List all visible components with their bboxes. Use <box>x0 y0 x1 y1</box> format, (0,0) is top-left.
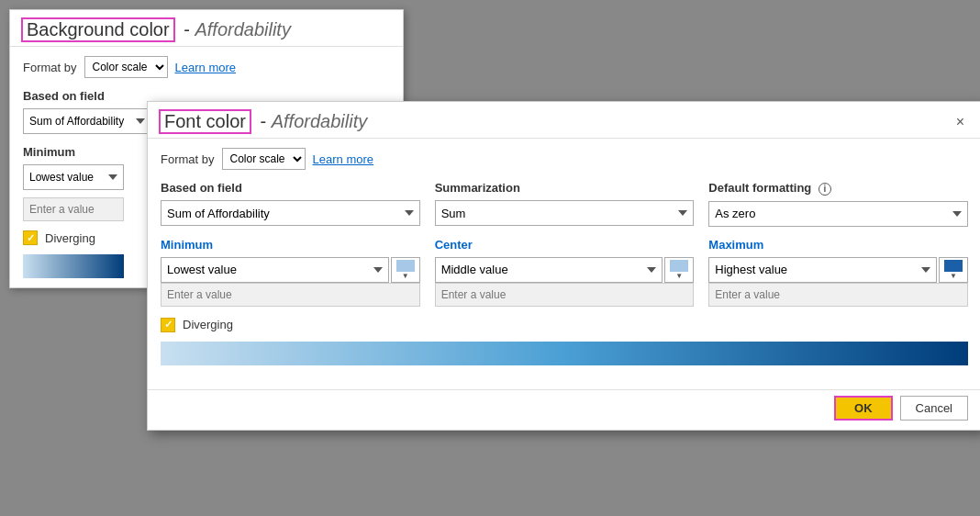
front-center-color-btn[interactable]: ▼ <box>664 257 694 283</box>
front-maximum-value-input[interactable] <box>708 283 968 307</box>
front-gradient-bar <box>161 342 968 365</box>
bg-format-by-label: Format by <box>23 61 77 74</box>
front-minimum-color-arrow: ▼ <box>402 272 409 280</box>
bg-dialog-title: Background color - Affordability <box>21 17 291 42</box>
front-center-label: Center <box>435 238 695 252</box>
cancel-button[interactable]: Cancel <box>900 396 968 421</box>
bg-diverging-label: Diverging <box>45 231 95 245</box>
front-maximum-color-swatch <box>944 260 963 272</box>
front-format-by-select[interactable]: Color scale <box>222 148 306 170</box>
front-checkmark: ✓ <box>164 319 173 331</box>
front-title-highlight: Font color <box>159 109 251 134</box>
bg-format-by-row: Format by Color scale Learn more <box>23 56 390 78</box>
front-minimum-section: Minimum Lowest value ▼ <box>161 238 420 307</box>
bg-gradient-bar <box>23 254 124 278</box>
front-summarization-label: Summarization <box>435 181 695 195</box>
font-color-dialog: Font color - Affordability × Format by C… <box>147 101 980 431</box>
bg-minimum-value-input[interactable] <box>23 197 124 221</box>
front-center-color-arrow: ▼ <box>675 272 683 280</box>
front-default-formatting-label: Default formatting i <box>708 181 968 196</box>
front-maximum-label: Maximum <box>708 238 968 252</box>
front-based-on-field-select[interactable]: Sum of Affordability <box>161 200 420 226</box>
front-learn-more-link[interactable]: Learn more <box>313 152 373 166</box>
ok-button[interactable]: OK <box>834 396 893 421</box>
front-diverging-checkbox[interactable]: ✓ <box>161 318 175 332</box>
front-diverging-label: Diverging <box>183 318 233 331</box>
bg-checkmark: ✓ <box>27 232 35 244</box>
front-maximum-color-btn[interactable]: ▼ <box>939 257 968 283</box>
bg-based-on-field-select[interactable]: Sum of Affordability <box>23 108 151 134</box>
front-center-select[interactable]: Middle value <box>435 257 663 283</box>
front-summarization-select[interactable]: Sum <box>435 200 695 226</box>
bg-diverging-checkbox[interactable]: ✓ <box>23 230 38 245</box>
front-dialog-footer: OK Cancel <box>148 389 980 430</box>
front-default-formatting-select[interactable]: As zero <box>708 201 968 227</box>
front-minimum-color-btn[interactable]: ▼ <box>391 257 420 283</box>
front-based-on-field-label: Based on field <box>161 181 420 195</box>
front-center-section: Center Middle value ▼ <box>435 238 695 307</box>
front-minimum-value-input[interactable] <box>161 283 420 307</box>
front-format-by-row: Format by Color scale Learn more <box>161 148 968 170</box>
front-default-formatting-section: Default formatting i As zero <box>708 181 968 227</box>
front-based-on-field-section: Based on field Sum of Affordability <box>161 181 420 227</box>
bg-minimum-select[interactable]: Lowest value <box>23 164 124 190</box>
front-minimum-select[interactable]: Lowest value <box>161 257 389 283</box>
front-center-color-swatch <box>670 260 688 272</box>
front-minimum-label: Minimum <box>161 238 420 252</box>
front-dialog-title: Font color - Affordability <box>159 109 367 134</box>
front-center-select-row: Middle value ▼ <box>435 257 695 283</box>
front-maximum-color-arrow: ▼ <box>950 272 957 280</box>
front-maximum-section: Maximum Highest value ▼ <box>708 238 968 307</box>
front-center-value-input[interactable] <box>435 283 695 307</box>
front-minimum-color-swatch <box>396 260 415 272</box>
front-format-by-label: Format by <box>161 152 215 166</box>
bg-title-highlight: Background color <box>21 17 175 42</box>
front-dialog-body: Format by Color scale Learn more Based o… <box>148 139 980 389</box>
front-three-col-section: Based on field Sum of Affordability Summ… <box>161 181 968 227</box>
bg-learn-more-link[interactable]: Learn more <box>175 61 236 74</box>
front-maximum-select[interactable]: Highest value <box>708 257 937 283</box>
front-minimum-select-row: Lowest value ▼ <box>161 257 420 283</box>
front-title-italic: Affordability <box>272 111 368 131</box>
info-icon[interactable]: i <box>819 183 831 196</box>
bg-format-by-select[interactable]: Color scale <box>84 56 168 78</box>
front-dialog-title-bar: Font color - Affordability × <box>148 102 980 139</box>
front-summarization-section: Summarization Sum <box>435 181 695 227</box>
front-min-center-max-section: Minimum Lowest value ▼ Center M <box>161 238 968 307</box>
front-maximum-select-row: Highest value ▼ <box>708 257 968 283</box>
front-diverging-row: ✓ Diverging <box>161 318 968 332</box>
front-dialog-close-button[interactable]: × <box>951 112 970 132</box>
bg-title-italic: Affordability <box>195 19 291 39</box>
bg-dialog-title-bar: Background color - Affordability <box>10 10 403 47</box>
